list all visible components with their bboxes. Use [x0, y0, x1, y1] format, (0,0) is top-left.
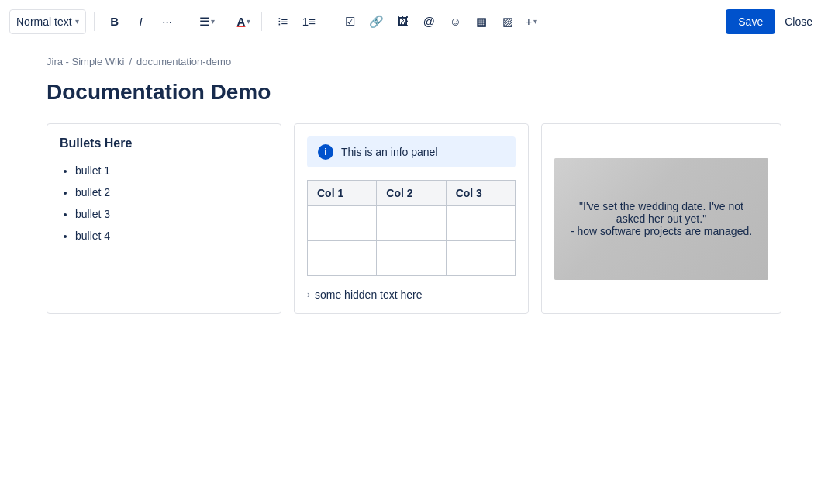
table-row — [308, 241, 516, 276]
image-button[interactable]: 🖼 — [390, 9, 415, 34]
divider-2 — [188, 12, 188, 31]
list-item: bullet 3 — [75, 203, 268, 225]
image-attribution: - how software projects are managed. — [567, 225, 756, 237]
toolbar: Normal text ▾ B I ··· ☰ ▾ A ▾ ⁝≡ — [0, 0, 828, 43]
plus-icon: + — [525, 15, 532, 28]
numbered-list-icon: 1≡ — [302, 15, 316, 28]
text-color-icon: A — [237, 15, 246, 28]
more-options-button[interactable]: + ▾ — [522, 9, 540, 34]
breadcrumb-current: documentation-demo — [136, 56, 231, 67]
insert-group: ☑ 🔗 🖼 @ ☺ ▦ ▨ + ▾ — [337, 9, 540, 34]
divider-4 — [261, 12, 262, 31]
middle-panel: i This is an info panel Col 1 Col 2 Col … — [294, 123, 529, 314]
divider-1 — [94, 12, 95, 31]
task-button[interactable]: ☑ — [337, 9, 362, 34]
bullet-4-text: bullet 4 — [75, 230, 110, 242]
align-chevron-icon: ▾ — [211, 17, 215, 26]
content-table: Col 1 Col 2 Col 3 — [307, 180, 516, 276]
breadcrumb-separator: / — [129, 56, 132, 67]
close-button[interactable]: Close — [778, 11, 819, 33]
col-1-header: Col 1 — [308, 181, 377, 206]
align-icon: ☰ — [199, 15, 209, 29]
more-format-button[interactable]: ··· — [155, 9, 180, 34]
info-panel: i This is an info panel — [307, 136, 516, 167]
breadcrumb-parent[interactable]: Jira - Simple Wiki — [47, 56, 124, 67]
divider-5 — [329, 12, 329, 31]
col-2-header: Col 2 — [377, 181, 446, 206]
more-chevron-icon: ▾ — [533, 17, 537, 26]
bullet-3-text: bullet 3 — [75, 208, 110, 220]
table-header-row: Col 1 Col 2 Col 3 — [308, 181, 516, 206]
col-3-header: Col 3 — [446, 181, 515, 206]
bullets-panel: Bullets Here bullet 1 bullet 2 bullet 3 … — [47, 123, 281, 314]
cell-r1-c1[interactable] — [308, 206, 377, 241]
embedded-image: "I've set the wedding date. I've not ask… — [554, 158, 768, 280]
color-chevron-icon: ▾ — [247, 17, 250, 26]
table-button[interactable]: ▦ — [469, 9, 494, 34]
more-icon: ··· — [162, 15, 172, 28]
image-quote: "I've set the wedding date. I've not ask… — [567, 200, 756, 225]
table-icon: ▦ — [476, 15, 487, 29]
save-button[interactable]: Save — [726, 9, 775, 34]
cell-r1-c2[interactable] — [377, 206, 446, 241]
cell-r2-c1[interactable] — [308, 241, 377, 276]
bullets-list: bullet 1 bullet 2 bullet 3 bullet 4 — [60, 160, 268, 247]
breadcrumb: Jira - Simple Wiki / documentation-demo — [0, 43, 828, 74]
link-button[interactable]: 🔗 — [364, 9, 388, 34]
divider-3 — [226, 12, 226, 31]
task-icon: ☑ — [345, 15, 355, 29]
bullet-1-text: bullet 1 — [75, 164, 110, 177]
cell-r2-c2[interactable] — [377, 241, 446, 276]
expand-row[interactable]: › some hidden text here — [307, 288, 516, 301]
page-title[interactable]: Documentation Demo — [47, 80, 781, 105]
bullets-heading: Bullets Here — [60, 136, 268, 150]
bold-button[interactable]: B — [102, 9, 127, 34]
image-panel: "I've set the wedding date. I've not ask… — [541, 123, 781, 314]
chevron-down-icon: ▾ — [75, 17, 79, 26]
list-item: bullet 1 — [75, 160, 268, 181]
info-panel-text: This is an info panel — [341, 146, 438, 158]
image-icon: 🖼 — [397, 15, 409, 28]
cell-r2-c3[interactable] — [446, 241, 515, 276]
cell-r1-c3[interactable] — [446, 206, 515, 241]
color-group: A ▾ — [234, 9, 254, 34]
mention-button[interactable]: @ — [416, 9, 441, 34]
list-group: ⁝≡ 1≡ — [270, 9, 321, 34]
bullet-2-text: bullet 2 — [75, 186, 110, 198]
expand-label: some hidden text here — [315, 288, 423, 301]
italic-icon: I — [139, 15, 142, 28]
link-icon: 🔗 — [369, 15, 384, 29]
align-button[interactable]: ☰ ▾ — [196, 9, 218, 34]
italic-button[interactable]: I — [129, 9, 154, 34]
list-item: bullet 4 — [75, 225, 268, 247]
info-icon: i — [318, 144, 333, 160]
mention-icon: @ — [423, 15, 435, 28]
bullet-list-button[interactable]: ⁝≡ — [270, 9, 295, 34]
table-row — [308, 206, 516, 241]
bold-icon: B — [110, 15, 119, 28]
emoji-icon: ☺ — [450, 15, 461, 28]
text-style-group: Normal text ▾ — [9, 9, 86, 34]
image-overlay: "I've set the wedding date. I've not ask… — [554, 188, 768, 250]
columns-button[interactable]: ▨ — [495, 9, 520, 34]
align-group: ☰ ▾ — [196, 9, 218, 34]
editor-area: Documentation Demo Bullets Here bullet 1… — [0, 74, 828, 345]
format-group: B I ··· — [102, 9, 180, 34]
emoji-button[interactable]: ☺ — [443, 9, 467, 34]
bullet-list-icon: ⁝≡ — [278, 15, 288, 29]
list-item: bullet 2 — [75, 181, 268, 203]
numbered-list-button[interactable]: 1≡ — [296, 9, 321, 34]
expand-chevron-icon: › — [307, 289, 310, 300]
text-style-label: Normal text — [16, 16, 72, 28]
three-column-layout: Bullets Here bullet 1 bullet 2 bullet 3 … — [47, 123, 781, 314]
text-color-button[interactable]: A ▾ — [234, 9, 254, 34]
text-style-dropdown[interactable]: Normal text ▾ — [9, 9, 86, 34]
columns-icon: ▨ — [502, 15, 513, 29]
